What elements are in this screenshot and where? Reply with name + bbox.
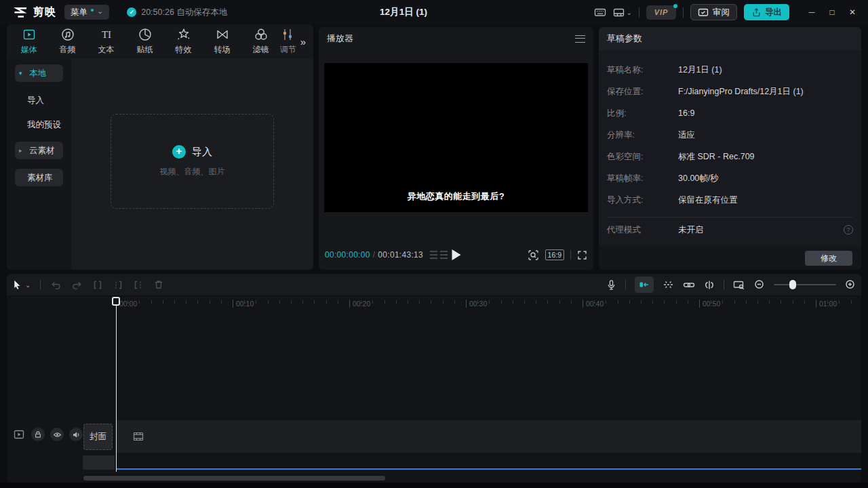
select-tool-button[interactable]: ⌄	[12, 279, 31, 290]
autosave-status: ✓ 20:50:26 自动保存本地	[127, 7, 227, 18]
aspect-ratio-button[interactable]: 16:9	[545, 249, 564, 260]
media-sidebar: ▾ 本地 导入 我的预设 ▸ 云素材 素材库	[7, 58, 71, 270]
jianying-logo-icon	[12, 6, 28, 19]
timeline-ruler[interactable]: 00:00 00:10 00:20 00:30 00:40 00:50 01:0…	[7, 297, 861, 312]
effects-icon	[176, 27, 191, 42]
fullscreen-icon[interactable]	[577, 250, 587, 260]
sidebar-item-cloud-material[interactable]: ▸ 云素材	[15, 142, 63, 159]
menu-label: 菜单	[71, 7, 87, 18]
video-caption: 异地恋真的能走到最后?	[324, 190, 588, 203]
delete-button[interactable]	[153, 279, 164, 290]
autosave-text: 20:50:26 自动保存本地	[141, 7, 227, 18]
tab-sticker[interactable]: 贴纸	[125, 24, 164, 58]
tab-filters[interactable]: 滤镜	[241, 24, 280, 58]
import-dropzone[interactable]: + 导入 视频、音频、图片	[111, 114, 274, 209]
property-row: 导入方式: 保留在原有位置	[599, 189, 861, 211]
timeline-horizontal-scrollbar[interactable]	[83, 476, 385, 481]
tab-media[interactable]: 媒体	[9, 24, 48, 58]
triangle-right-icon: ▸	[19, 147, 26, 154]
linkage-toggle[interactable]	[683, 281, 695, 289]
divider	[683, 7, 684, 18]
preview-axis-toggle[interactable]	[704, 280, 715, 290]
auto-snap-toggle[interactable]	[663, 279, 674, 290]
collapsed-track-stub[interactable]	[83, 455, 115, 470]
tab-effects[interactable]: 特效	[164, 24, 203, 58]
track-header-controls	[12, 428, 83, 441]
media-content-area: + 导入 视频、音频、图片	[71, 58, 313, 270]
tab-text[interactable]: TI 文本	[87, 24, 125, 58]
play-button[interactable]	[452, 249, 460, 260]
main-video-track[interactable]	[116, 420, 861, 453]
close-button[interactable]: ✕	[842, 2, 863, 22]
import-title: 导入	[192, 146, 212, 159]
maximize-button[interactable]: □	[822, 2, 842, 22]
current-time: 00:00:00:00	[325, 250, 370, 260]
menu-button[interactable]: 菜单 ⌄	[64, 5, 109, 20]
hide-track-button[interactable]	[50, 428, 64, 441]
lock-track-button[interactable]	[31, 428, 45, 441]
chevron-down-icon: ⌄	[25, 281, 31, 289]
chevron-down-icon: ⌄	[627, 9, 632, 16]
property-row: 保存位置: F:/JianyingPro Drafts/12月1日 (1)	[599, 81, 861, 102]
sidebar-item-import[interactable]: 导入	[15, 92, 63, 109]
menu-badge-dot	[91, 9, 94, 12]
review-icon	[698, 7, 709, 18]
delete-left-button[interactable]	[113, 280, 123, 290]
filters-icon	[254, 27, 269, 42]
vip-badge[interactable]: VIP	[646, 5, 676, 20]
zoom-out-button[interactable]	[754, 279, 765, 290]
playhead-handle[interactable]	[112, 297, 120, 306]
cover-button[interactable]: 封面	[83, 424, 113, 450]
undo-button[interactable]	[50, 280, 62, 290]
tab-transitions[interactable]: 转场	[203, 24, 241, 58]
review-button[interactable]: 审阅	[690, 4, 737, 20]
redo-button[interactable]	[71, 280, 83, 290]
property-row: 草稿名称: 12月1日 (1)	[599, 59, 861, 81]
tab-audio[interactable]: 音频	[48, 24, 87, 58]
preview-focus-icon[interactable]	[528, 249, 539, 261]
shortcut-keyboard-icon[interactable]	[594, 7, 606, 18]
player-menu-icon[interactable]	[575, 35, 585, 43]
audio-track-line	[116, 468, 861, 470]
sidebar-item-material-library[interactable]: 素材库	[15, 169, 63, 186]
delete-right-button[interactable]	[133, 280, 144, 290]
vip-dot	[673, 4, 677, 8]
vip-label: VIP	[654, 8, 669, 16]
chevron-down-icon: ⌄	[97, 7, 103, 16]
sidebar-item-local[interactable]: ▾ 本地	[15, 64, 63, 82]
sticker-icon	[138, 27, 153, 42]
audio-icon	[60, 27, 75, 42]
modify-button[interactable]: 修改	[805, 251, 852, 266]
check-circle-icon: ✓	[127, 7, 136, 17]
layout-switch-button[interactable]: ⌄	[613, 7, 632, 18]
divider	[40, 280, 41, 289]
main-track-magnet-toggle[interactable]	[635, 277, 654, 293]
video-preview[interactable]: 异地恋真的能走到最后?	[324, 63, 588, 212]
split-button[interactable]	[92, 280, 103, 290]
sidebar-item-my-presets[interactable]: 我的预设	[15, 116, 63, 134]
svg-text:TI: TI	[101, 29, 111, 40]
divider	[639, 7, 639, 18]
ruler-label: 00:30	[466, 300, 487, 308]
proxy-mode-row: 代理模式 未开启 ?	[599, 219, 861, 241]
ruler-label: 00:50	[699, 300, 720, 308]
import-subtitle: 视频、音频、图片	[160, 166, 225, 178]
export-icon	[751, 7, 762, 18]
fit-timeline-button[interactable]	[733, 280, 745, 290]
divider	[625, 280, 626, 289]
tab-adjust[interactable]: 调节	[280, 24, 296, 58]
zoom-in-button[interactable]	[845, 279, 856, 290]
export-button[interactable]: 导出	[744, 4, 789, 20]
help-icon[interactable]: ?	[844, 225, 853, 235]
preview-quality-icons[interactable]	[430, 251, 448, 259]
record-audio-button[interactable]	[606, 279, 616, 291]
player-title: 播放器	[327, 33, 353, 45]
expand-tabs-button[interactable]: »	[296, 34, 311, 49]
slider-handle[interactable]	[789, 280, 796, 289]
mute-track-button[interactable]	[69, 428, 83, 441]
timeline-zoom-slider[interactable]	[774, 280, 836, 289]
minimize-button[interactable]: ─	[802, 2, 822, 22]
track-preview-icon[interactable]	[12, 428, 26, 441]
ruler-label: 01:00	[816, 300, 837, 308]
window-bottom-edge	[0, 483, 868, 488]
